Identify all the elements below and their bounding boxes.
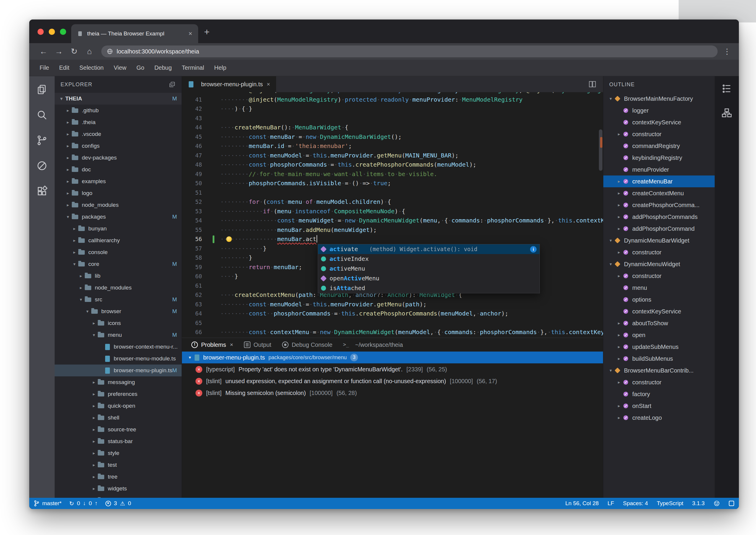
folder-item[interactable]: ▸doc [55,164,182,176]
folder-item[interactable]: ▸shell [55,412,182,424]
problem-row[interactable]: ×[typescript]Property 'act' does not exi… [182,363,603,375]
git-branch-item[interactable]: master* [34,500,62,507]
search-icon[interactable] [36,109,47,121]
address-bar[interactable]: localhost:3000/workspace/theia [101,45,717,57]
browser-menu-button[interactable]: ⋮ [722,47,732,56]
editor-tab-close-icon[interactable]: × [267,81,270,88]
circle-slash-icon[interactable] [36,160,47,171]
folder-item[interactable]: ▸.vscode [55,128,182,140]
browser-tab[interactable]: theia — Theia Browser Exampl × [71,24,198,43]
outline-item[interactable]: ▸updateSubMenus [603,341,715,353]
folder-item[interactable]: ▾menuM [55,329,182,341]
editor-tab[interactable]: browser-menu-plugin.ts × [182,76,276,92]
extensions-icon[interactable] [36,185,47,197]
outline-item[interactable]: contextKeyService [603,116,715,128]
folder-item[interactable]: ▾coreM [55,258,182,270]
problem-row[interactable]: ×[tslint]unused expression, expected an … [182,375,603,387]
outline-view-icon[interactable] [721,83,732,94]
minimize-window-button[interactable] [49,29,55,35]
file-item[interactable]: browser-menu-module.ts [55,353,182,365]
menu-item-view[interactable]: View [109,60,131,76]
split-editor-icon[interactable] [588,80,597,88]
folder-item[interactable]: ▸widgets [55,483,182,494]
folder-item[interactable]: ▸node_modules [55,282,182,294]
folder-item[interactable]: ▾browserM [55,305,182,317]
panel-tab-problems[interactable]: Problems× [186,338,239,352]
home-button[interactable]: ⌂ [82,47,97,56]
scrollbar-thumb[interactable] [599,129,603,171]
folder-item[interactable]: ▸bunyan [55,223,182,235]
panel-tab-debug-console[interactable]: Debug Console [277,338,338,352]
menu-item-help[interactable]: Help [209,60,231,76]
folder-item[interactable]: ▾packagesM [55,211,182,223]
workspace-root-item[interactable]: ▾ THEIA M [55,93,182,104]
panel-tab--workspace-theia[interactable]: ~/workspace/theia [338,338,408,352]
panel-tab-output[interactable]: Output [239,338,277,352]
files-icon[interactable] [36,84,47,95]
outline-item[interactable]: ▸constructor [603,246,715,258]
source-control-icon[interactable] [36,135,47,146]
close-window-button[interactable] [38,29,44,35]
outline-item[interactable]: ▸constructor [603,270,715,282]
zoom-window-button[interactable] [60,29,66,35]
problems-summary-item[interactable]: 3 ⚠ 0 [105,500,131,507]
notifications-icon[interactable] [729,501,734,506]
outline-item[interactable]: menuProvider [603,164,715,176]
new-tab-button[interactable]: + [204,27,210,38]
outline-item[interactable]: ▸onStart [603,400,715,412]
folder-item[interactable]: ▸node_modules [55,199,182,211]
language-indicator[interactable]: TypeScript [657,500,683,507]
outline-item[interactable]: ▾BrowserMainMenuFactory [603,93,715,104]
outline-item[interactable]: factory [603,388,715,400]
suggestion-item[interactable]: activeIndex [318,254,540,264]
outline-item[interactable]: ▸open [603,329,715,341]
suggestion-item[interactable]: isAttached [318,283,540,293]
collapse-all-icon[interactable] [169,81,176,88]
menu-item-go[interactable]: Go [131,60,149,76]
suggestion-item[interactable]: activate(method) Widget.activate(): void… [318,244,540,254]
git-sync-item[interactable]: ↻ 0 ↓ 0 ↑ [69,500,97,507]
suggestion-item[interactable]: activeMenu [318,264,540,273]
folder-item[interactable]: ▸.theia [55,116,182,128]
indentation-indicator[interactable]: Spaces: 4 [623,500,648,507]
cursor-position[interactable]: Ln 56, Col 28 [565,500,599,507]
back-button[interactable]: ← [36,47,51,56]
outline-item[interactable]: keybindingRegistry [603,152,715,164]
folder-item[interactable]: ▸status-bar [55,436,182,447]
file-item[interactable]: browser-menu-plugin.tsM [55,365,182,376]
outline-item[interactable]: ▸addPhosphorCommands [603,211,715,223]
menu-item-terminal[interactable]: Terminal [177,60,209,76]
folder-item[interactable]: ▸tree [55,471,182,483]
outline-item[interactable]: ▾DynamicMenuBarWidget [603,235,715,246]
folder-item[interactable]: ▾srcM [55,294,182,305]
eol-indicator[interactable]: LF [608,500,614,507]
folder-item[interactable]: ▸messaging [55,376,182,388]
info-icon[interactable]: i [530,246,537,253]
outline-item[interactable]: ▸constructor [603,128,715,140]
outline-item[interactable]: contextKeyService [603,305,715,317]
outline-item[interactable]: ▸aboutToShow [603,317,715,329]
folder-item[interactable]: ▸source-tree [55,424,182,436]
outline-item[interactable]: ▸createMenuBar [603,176,715,187]
outline-item[interactable]: options [603,294,715,305]
file-item[interactable]: browser-context-menu-r... [55,341,182,353]
forward-button[interactable]: → [51,47,67,56]
folder-item[interactable]: ▸dev-packages [55,152,182,164]
class-hierarchy-icon[interactable] [721,107,732,118]
menu-item-edit[interactable]: Edit [54,60,74,76]
outline-item[interactable]: ▾BrowserMenuBarContrib... [603,365,715,376]
outline-item[interactable]: commandRegistry [603,140,715,152]
folder-item[interactable]: ▸configs [55,140,182,152]
menu-item-selection[interactable]: Selection [74,60,109,76]
folder-item[interactable]: ▸callhierarchy [55,235,182,246]
code-editor[interactable]: 40········@inject(CommandRegistry)·prote… [182,92,603,338]
outline-item[interactable]: ▾DynamicMenuWidget [603,258,715,270]
folder-item[interactable]: ▸.github [55,104,182,116]
outline-item[interactable]: ▸buildSubMenus [603,353,715,365]
outline-item[interactable]: menu [603,282,715,294]
typescript-version[interactable]: 3.1.3 [692,500,705,507]
folder-item[interactable]: ▸console [55,246,182,258]
panel-tab-close-icon[interactable]: × [230,342,233,348]
folder-item[interactable]: ▸preferences [55,388,182,400]
folder-item[interactable]: ▸test [55,459,182,471]
